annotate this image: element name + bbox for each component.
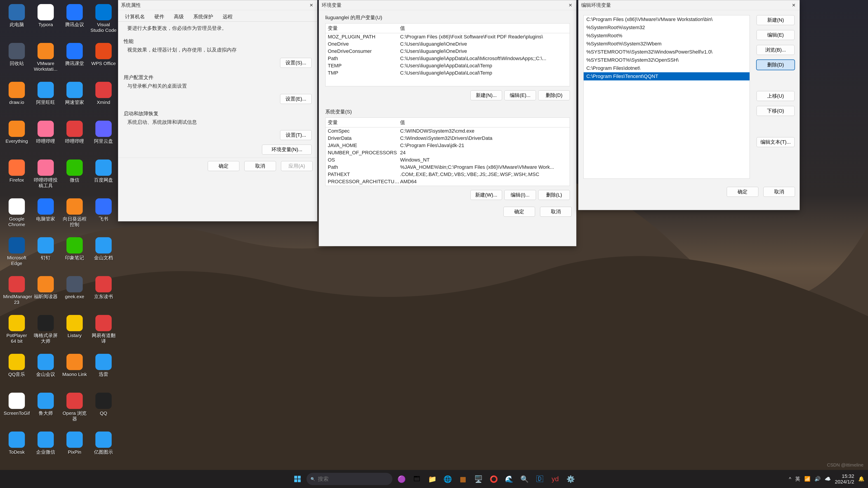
clock[interactable]: 15:32 2024/1/2 — [835, 473, 854, 485]
desktop-icon[interactable]: WPS Office — [89, 41, 118, 80]
user-new-button[interactable]: 新建(N)... — [470, 90, 502, 100]
desktop-icon[interactable]: geek.exe — [60, 274, 89, 313]
edit-text-button[interactable]: 编辑文本(T)... — [756, 137, 795, 147]
list-item[interactable]: %SystemRoot%\system32 — [584, 24, 749, 32]
desktop-icon[interactable]: 网易有道翻译 — [89, 313, 118, 352]
perf-settings-button[interactable]: 设置(S)... — [280, 58, 312, 68]
move-down-button[interactable]: 下移(O) — [756, 106, 795, 116]
desktop-icon[interactable]: VMware Workstati... — [31, 41, 60, 80]
desktop-icon[interactable]: 腾讯课堂 — [60, 41, 89, 80]
table-row[interactable]: MOZ_PLUGIN_PATHC:\Program Files (x86)\Fo… — [326, 33, 569, 40]
browse-button[interactable]: 浏览(B)... — [756, 45, 795, 55]
desktop-icon[interactable]: 鲁大师 — [31, 391, 60, 430]
tab-2[interactable]: 高级 — [171, 12, 186, 22]
table-row[interactable]: OneDriveConsumerC:\Users\liuguanglei\One… — [326, 48, 569, 55]
list-item[interactable]: %SystemRoot%\System32\Wbem — [584, 40, 749, 48]
desktop-icon[interactable]: 亿图图示 — [89, 430, 118, 468]
table-row[interactable]: OSWindows_NT — [326, 156, 569, 164]
desktop-icon[interactable]: MindManager 23 — [2, 274, 31, 313]
desktop-icon[interactable]: 飞书 — [89, 197, 118, 235]
desktop-icon[interactable]: 向日葵远程控制 — [60, 197, 89, 235]
desktop-icon[interactable]: Typora — [31, 2, 60, 41]
list-item[interactable]: %SystemRoot% — [584, 32, 749, 40]
edge-icon[interactable]: 🌊 — [503, 473, 515, 485]
desktop-icon[interactable]: Everything — [2, 119, 31, 158]
startup-settings-button[interactable]: 设置(T)... — [280, 130, 312, 140]
desktop-icon[interactable]: ScreenToGif — [2, 391, 31, 430]
new-button[interactable]: 新建(N) — [756, 15, 795, 25]
user-vars-table[interactable]: MOZ_PLUGIN_PATHC:\Program Files (x86)\Fo… — [325, 33, 570, 86]
table-row[interactable]: OneDriveC:\Users\liuguanglei\OneDrive — [326, 40, 569, 48]
app-icon[interactable]: ▦ — [457, 473, 469, 485]
desktop-icon[interactable]: Firefox — [2, 158, 31, 197]
ok-button[interactable]: 确定 — [727, 187, 758, 197]
table-row[interactable]: DriverDataC:\Windows\System32\Drivers\Dr… — [326, 135, 569, 142]
everything-icon[interactable]: 🔍 — [518, 473, 531, 485]
table-row[interactable]: Path%JAVA_HOME%\bin;C:\Program Files (x8… — [326, 164, 569, 171]
desktop-icon[interactable]: draw.io — [2, 80, 31, 119]
desktop-icon[interactable]: 腾讯会议 — [60, 2, 89, 41]
list-item[interactable]: C:\Program Files (x86)\VMware\VMware Wor… — [584, 15, 749, 24]
table-row[interactable]: TMPC:\Users\liuguanglei\AppData\Local\Te… — [326, 69, 569, 76]
desktop-icon[interactable]: 回收站 — [2, 41, 31, 80]
ok-button[interactable]: 确定 — [503, 207, 535, 217]
table-row[interactable]: JAVA_HOMEC:\Program Files\Java\jdk-21 — [326, 142, 569, 149]
desktop-icon[interactable]: 网速管家 — [60, 80, 89, 119]
desktop-icon[interactable]: 微信 — [60, 158, 89, 197]
titlebar[interactable]: 编辑环境变量 ✕ — [579, 0, 800, 10]
table-row[interactable]: NUMBER_OF_PROCESSORS24 — [326, 149, 569, 156]
desktop-icon[interactable]: 哔哩哔哩 — [31, 119, 60, 158]
close-icon[interactable]: ✕ — [567, 2, 574, 8]
tray-chevron-icon[interactable]: ^ — [789, 476, 791, 482]
cancel-button[interactable]: 取消 — [540, 207, 572, 217]
chrome-icon[interactable]: 🌐 — [441, 473, 454, 485]
desktop-icon[interactable]: 福昕阅读器 — [31, 274, 60, 313]
table-row[interactable]: ComSpecC:\WINDOWS\system32\cmd.exe — [326, 127, 569, 135]
cancel-button[interactable]: 取消 — [763, 187, 795, 197]
apply-button[interactable]: 应用(A) — [281, 161, 313, 171]
explorer-icon[interactable]: 📁 — [426, 473, 438, 485]
move-up-button[interactable]: 上移(U) — [756, 91, 795, 101]
opera-icon[interactable]: ⭕ — [487, 473, 500, 485]
list-item[interactable]: C:\Program Files\dotnet\ — [584, 64, 749, 72]
edit-button[interactable]: 编辑(E) — [756, 30, 795, 40]
sys-vars-table[interactable]: ComSpecC:\WINDOWS\system32\cmd.exeDriver… — [325, 127, 570, 186]
desktop-icon[interactable]: 京东读书 — [89, 274, 118, 313]
task-view-icon[interactable]: 🗔 — [410, 473, 423, 485]
userprof-settings-button[interactable]: 设置(E)... — [280, 94, 312, 104]
desktop-icon[interactable]: Google Chrome — [2, 197, 31, 235]
wifi-icon[interactable]: 📶 — [804, 476, 810, 482]
sys-edit-button[interactable]: 编辑(I)... — [504, 190, 536, 200]
desktop-icon[interactable]: 企业微信 — [31, 430, 60, 468]
copilot-icon[interactable]: 🟣 — [395, 473, 408, 485]
close-icon[interactable]: ✕ — [790, 2, 797, 8]
desktop-icon[interactable]: 阿里旺旺 — [31, 80, 60, 119]
settings-icon[interactable]: ⚙️ — [564, 473, 577, 485]
search-input[interactable] — [318, 476, 388, 482]
cancel-button[interactable]: 取消 — [244, 161, 276, 171]
tab-0[interactable]: 计算机名 — [122, 12, 148, 22]
tab-1[interactable]: 硬件 — [152, 12, 167, 22]
tab-4[interactable]: 远程 — [220, 12, 235, 22]
desktop-icon[interactable]: 迅雷 — [89, 352, 118, 391]
ime-indicator[interactable]: 英 — [795, 476, 800, 482]
battery-icon[interactable]: ☁️ — [825, 476, 831, 482]
desktop-icon[interactable]: 哔哩哔哩 — [60, 119, 89, 158]
desktop-icon[interactable]: 阿里云盘 — [89, 119, 118, 158]
start-button[interactable] — [291, 473, 304, 485]
desktop-icon[interactable]: 金山文档 — [89, 235, 118, 274]
tab-3[interactable]: 系统保护 — [191, 12, 216, 22]
sys-delete-button[interactable]: 删除(L) — [538, 190, 570, 200]
desktop-icon[interactable]: PixPin — [60, 430, 89, 468]
ok-button[interactable]: 确定 — [208, 161, 239, 171]
desktop-icon[interactable]: QQ — [89, 391, 118, 430]
list-item[interactable]: %SYSTEMROOT%\System32\OpenSSH\ — [584, 56, 749, 64]
desktop-icon[interactable]: 钉钉 — [31, 235, 60, 274]
desktop-icon[interactable]: Maono Link — [60, 352, 89, 391]
table-row[interactable]: TEMPC:\Users\liuguanglei\AppData\Local\T… — [326, 62, 569, 69]
user-edit-button[interactable]: 编辑(E)... — [504, 90, 536, 100]
list-item[interactable]: %SYSTEMROOT%\System32\WindowsPowerShell\… — [584, 48, 749, 56]
desktop-icon[interactable]: Listary — [60, 313, 89, 352]
notifications-icon[interactable]: 🔔 — [858, 476, 864, 482]
youdao-icon[interactable]: yd — [549, 473, 561, 485]
